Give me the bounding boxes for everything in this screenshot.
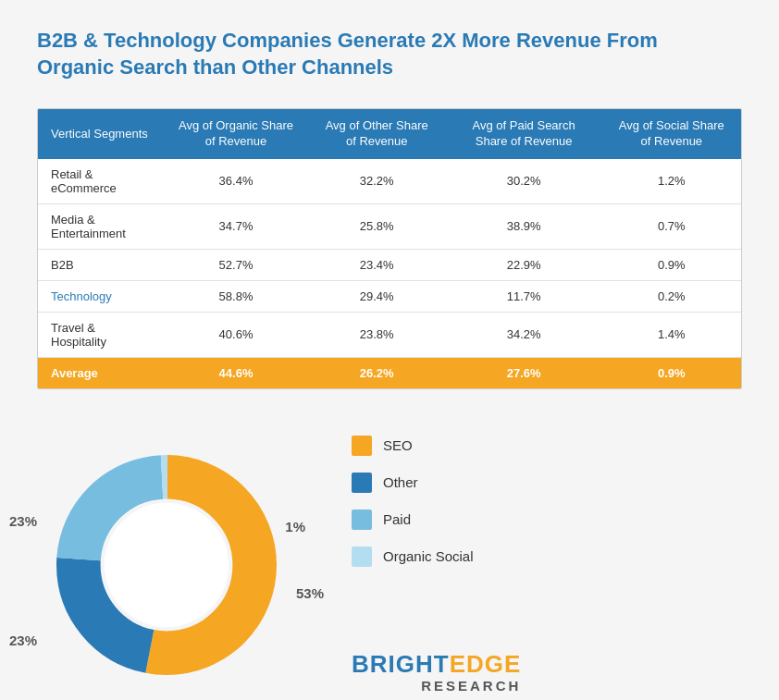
table-row: Media & Entertainment34.7%25.8%38.9%0.7% xyxy=(38,203,741,249)
chart-legend: SEOOtherPaidOrganic Social xyxy=(352,436,521,567)
row-segment: B2B xyxy=(38,249,164,280)
seo-pct-label: 53% xyxy=(296,585,324,601)
col-header-paid: Avg of Paid Search Share of Revenue xyxy=(446,109,602,159)
legend-item: Other xyxy=(352,473,521,493)
col-header-organic: Avg of Organic Share of Revenue xyxy=(164,109,308,159)
donut-hole xyxy=(105,503,229,627)
row-value: 38.9% xyxy=(446,203,602,249)
social-pct-label: 1% xyxy=(285,519,305,534)
row-value: 40.6% xyxy=(164,312,308,357)
row-value: 22.9% xyxy=(446,249,602,280)
brand-bright: BRIGHT xyxy=(352,650,450,678)
table-row: Retail & eCommerce36.4%32.2%30.2%1.2% xyxy=(38,159,741,204)
paid-pct-label: 23% xyxy=(9,513,37,529)
row-segment: Average xyxy=(38,357,164,388)
row-value: 0.2% xyxy=(602,280,741,312)
other-pct-label: 23% xyxy=(9,632,37,648)
table-row: Average44.6%26.2%27.6%0.9% xyxy=(38,357,741,388)
legend-label: Organic Social xyxy=(383,548,474,564)
page-title: B2B & Technology Companies Generate 2X M… xyxy=(37,28,666,80)
row-value: 11.7% xyxy=(446,280,602,312)
row-segment: Technology xyxy=(38,280,164,312)
row-value: 52.7% xyxy=(164,249,308,280)
row-value: 23.8% xyxy=(308,312,446,357)
legend-item: SEO xyxy=(352,436,521,456)
row-value: 25.8% xyxy=(308,203,446,249)
branding-block: BRIGHTEDGE RESEARCH xyxy=(352,651,521,694)
row-value: 27.6% xyxy=(446,357,602,388)
donut-chart: 1% 53% 23% 23% xyxy=(37,436,296,694)
bottom-section: 1% 53% 23% 23% SEOOtherPaidOrganic Socia… xyxy=(37,426,742,694)
row-value: 0.9% xyxy=(602,249,741,280)
row-segment: Retail & eCommerce xyxy=(38,159,164,204)
brand-name: BRIGHTEDGE xyxy=(352,651,521,678)
legend-item: Organic Social xyxy=(352,546,521,567)
row-value: 1.2% xyxy=(602,159,741,204)
row-value: 26.2% xyxy=(308,357,446,388)
table-header-row: Vertical Segments Avg of Organic Share o… xyxy=(38,109,741,159)
right-panel: SEOOtherPaidOrganic Social BRIGHTEDGE RE… xyxy=(352,436,521,694)
brand-research: RESEARCH xyxy=(352,679,521,694)
row-value: 36.4% xyxy=(164,159,308,204)
row-value: 0.7% xyxy=(602,203,741,249)
row-value: 34.2% xyxy=(446,312,602,357)
table-row: Technology58.8%29.4%11.7%0.2% xyxy=(38,280,741,312)
legend-swatch xyxy=(352,510,372,530)
row-value: 23.4% xyxy=(308,249,446,280)
col-header-other: Avg of Other Share of Revenue xyxy=(308,109,446,159)
row-value: 30.2% xyxy=(446,159,602,204)
legend-label: SEO xyxy=(383,437,413,453)
col-header-social: Avg of Social Share of Revenue xyxy=(602,109,741,159)
row-value: 34.7% xyxy=(164,203,308,249)
legend-label: Paid xyxy=(383,511,411,527)
table-row: Travel & Hospitality40.6%23.8%34.2%1.4% xyxy=(38,312,741,357)
legend-item: Paid xyxy=(352,510,521,530)
table-row: B2B52.7%23.4%22.9%0.9% xyxy=(38,249,741,280)
row-value: 0.9% xyxy=(602,357,741,388)
legend-swatch xyxy=(352,473,372,493)
brand-edge: EDGE xyxy=(450,650,522,678)
row-segment: Travel & Hospitality xyxy=(38,312,164,357)
row-segment: Media & Entertainment xyxy=(38,203,164,249)
row-value: 44.6% xyxy=(164,357,308,388)
legend-label: Other xyxy=(383,474,418,490)
col-header-segments: Vertical Segments xyxy=(38,109,164,159)
row-value: 58.8% xyxy=(164,280,308,312)
row-value: 29.4% xyxy=(308,280,446,312)
legend-swatch xyxy=(352,546,372,567)
row-value: 32.2% xyxy=(308,159,446,204)
row-value: 1.4% xyxy=(602,312,741,357)
data-table: Vertical Segments Avg of Organic Share o… xyxy=(37,108,742,389)
legend-swatch xyxy=(352,436,372,456)
